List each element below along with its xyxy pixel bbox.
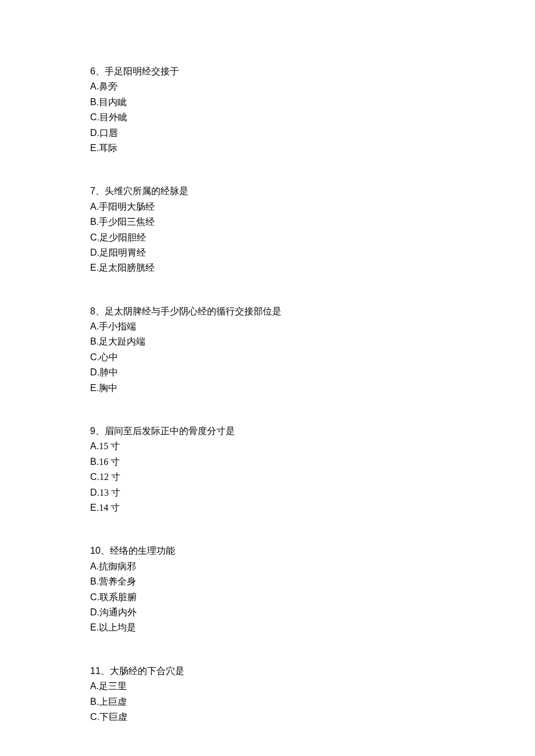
option-letter: D (90, 367, 97, 377)
question-stem: 7、头维穴所属的经脉是 (90, 184, 535, 199)
option: C.目外眦 (90, 110, 535, 125)
option: A.抗御病邪 (90, 559, 535, 574)
question-stem: 6、手足阳明经交接于 (90, 64, 535, 79)
option-letter: C (90, 352, 97, 362)
option: B.目内眦 (90, 95, 535, 110)
option: B.足大趾内端 (90, 334, 535, 349)
option-letter: E (90, 263, 97, 273)
option-text: 手小指端 (99, 321, 136, 331)
option: E.足太阳膀胱经 (90, 260, 535, 275)
question-block: 6、手足阳明经交接于 A.鼻旁 B.目内眦 C.目外眦 D.口唇 E.耳际 (90, 64, 535, 156)
separator: 、 (95, 306, 105, 316)
option-letter: A (90, 81, 97, 91)
option-text: 13 寸 (99, 488, 120, 497)
question-number: 6 (90, 66, 95, 76)
option-text: 鼻旁 (99, 81, 117, 91)
option: C.联系脏腑 (90, 590, 535, 605)
option-text: 口唇 (99, 128, 118, 138)
option-text: 胸中 (99, 383, 117, 393)
option-text: 耳际 (99, 143, 117, 153)
question-stem: 8、足太阴脾经与手少阴心经的循行交接部位是 (90, 304, 535, 319)
option-letter: A (90, 202, 97, 212)
option: C.足少阳胆经 (90, 230, 535, 245)
option-letter: C (90, 112, 97, 122)
stem-text: 经络的生理功能 (110, 546, 175, 556)
option-letter: E (90, 143, 97, 153)
option: C.下巨虚 (90, 710, 535, 725)
option-letter: A (90, 681, 97, 691)
option-text: 肺中 (99, 367, 118, 377)
option-text: 心中 (99, 352, 118, 362)
option-text: 足大趾内端 (99, 336, 145, 346)
option-text: 沟通内外 (99, 607, 137, 617)
separator: 、 (101, 666, 110, 676)
question-number: 8 (90, 306, 95, 316)
option-letter: B (90, 217, 97, 227)
separator: 、 (95, 66, 105, 76)
option: E.以上均是 (90, 620, 535, 635)
option: E.胸中 (90, 381, 535, 396)
option: D.足阳明胃经 (90, 245, 535, 260)
option: A.15 寸 (90, 439, 535, 454)
question-stem: 9、眉间至后发际正中的骨度分寸是 (90, 424, 535, 439)
option-letter: B (90, 576, 97, 586)
option-text: 14 寸 (99, 503, 120, 513)
option-letter: E (90, 622, 97, 632)
question-stem: 11、大肠经的下合穴是 (90, 664, 535, 679)
option-letter: C (90, 232, 97, 242)
question-block: 8、足太阴脾经与手少阴心经的循行交接部位是 A.手小指端 B.足大趾内端 C.心… (90, 304, 535, 396)
option-letter: B (90, 697, 97, 707)
option: A.手小指端 (90, 319, 535, 334)
option-text: 手阳明大肠经 (99, 202, 155, 212)
option-text: 足阳明胃经 (99, 248, 146, 257)
question-block: 10、经络的生理功能 A.抗御病邪 B.营养全身 C.联系脏腑 D.沟通内外 E… (90, 543, 535, 635)
option: C.心中 (90, 350, 535, 365)
option-text: 上巨虚 (99, 697, 127, 707)
option: D.沟通内外 (90, 605, 535, 620)
option: D.13 寸 (90, 485, 535, 500)
separator: 、 (101, 546, 110, 556)
stem-text: 眉间至后发际正中的骨度分寸是 (105, 426, 235, 436)
option-letter: B (90, 97, 97, 107)
option: E.14 寸 (90, 500, 535, 515)
option-letter: E (90, 383, 97, 393)
option-text: 目内眦 (99, 97, 127, 107)
option-text: 15 寸 (99, 441, 120, 451)
separator: 、 (95, 426, 105, 436)
option-text: 足三里 (99, 681, 127, 691)
option-letter: D (90, 248, 97, 257)
document-page: 6、手足阳明经交接于 A.鼻旁 B.目内眦 C.目外眦 D.口唇 E.耳际 7、… (0, 0, 535, 725)
option: A.足三里 (90, 679, 535, 694)
separator: 、 (95, 186, 105, 196)
stem-text: 头维穴所属的经脉是 (105, 186, 188, 196)
option: B.16 寸 (90, 454, 535, 470)
stem-text: 大肠经的下合穴是 (110, 666, 184, 676)
option-letter: D (90, 128, 97, 138)
option-text: 下巨虚 (99, 712, 127, 722)
option: A.手阳明大肠经 (90, 199, 535, 214)
option-letter: A (90, 441, 97, 451)
option-text: 目外眦 (99, 112, 127, 122)
option: D.口唇 (90, 126, 535, 141)
option: A.鼻旁 (90, 79, 535, 94)
question-block: 9、眉间至后发际正中的骨度分寸是 A.15 寸 B.16 寸 C.12 寸 D.… (90, 424, 535, 515)
option-letter: D (90, 607, 97, 617)
option-letter: B (90, 457, 97, 467)
option-text: 以上均是 (99, 622, 136, 632)
option-text: 16 寸 (99, 457, 120, 467)
option-letter: A (90, 561, 97, 571)
question-number: 11 (90, 666, 101, 676)
stem-text: 足太阴脾经与手少阴心经的循行交接部位是 (105, 306, 281, 316)
option-text: 营养全身 (99, 576, 136, 586)
option: C.12 寸 (90, 470, 535, 485)
option-letter: C (90, 592, 97, 602)
option-text: 抗御病邪 (99, 561, 136, 571)
option-text: 手少阳三焦经 (99, 217, 155, 227)
question-block: 7、头维穴所属的经脉是 A.手阳明大肠经 B.手少阳三焦经 C.足少阳胆经 D.… (90, 184, 535, 275)
question-number: 7 (90, 186, 95, 196)
option: E.耳际 (90, 141, 535, 156)
option-text: 足太阳膀胱经 (99, 263, 155, 273)
option-letter: E (90, 503, 97, 513)
option-letter: C (90, 472, 97, 482)
question-number: 9 (90, 426, 95, 436)
